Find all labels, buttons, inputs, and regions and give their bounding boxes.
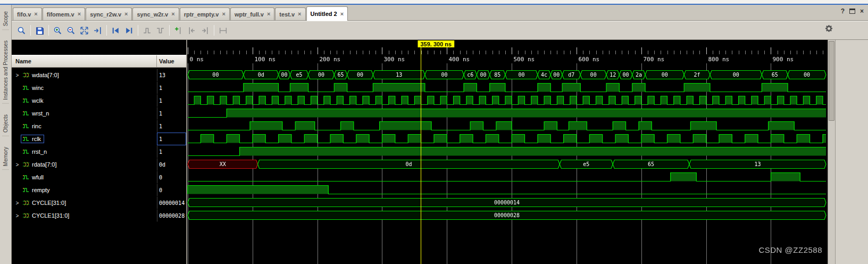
signal-row[interactable]: >wdata[7:0]13 xyxy=(12,69,186,81)
signal-value: 1 xyxy=(157,81,186,94)
bus-signal-icon xyxy=(22,200,30,206)
tab-sync-r2w-v[interactable]: sync_r2w.v× xyxy=(86,7,132,20)
signal-name-box: rrst_n xyxy=(21,147,50,156)
close-view-icon[interactable]: × xyxy=(860,8,864,14)
signal-list: >wdata[7:0]13winc1wclk1wrst_n1rinc1rclk1… xyxy=(12,68,186,264)
floating-ruler-button[interactable] xyxy=(154,24,167,37)
side-tab-instances-and-processes[interactable]: Instances and Processes xyxy=(2,37,9,104)
signal-name-box: rdata[7:0] xyxy=(21,160,60,169)
signal-row[interactable]: rrst_n1 xyxy=(12,145,186,158)
signal-name-box: wclk xyxy=(21,96,46,105)
scalar-signal-icon xyxy=(22,136,30,142)
signal-name-box: CYCLE1[31:0] xyxy=(21,211,72,220)
zoom-in-button[interactable] xyxy=(51,24,64,37)
side-tab-scope[interactable]: Scope xyxy=(2,8,9,30)
tab-label: Untitled 2 xyxy=(311,11,337,17)
tab-fifo-v[interactable]: fifo.v× xyxy=(13,7,42,20)
toolbar-separator xyxy=(30,25,31,36)
signal-name-cell: rclk xyxy=(12,133,157,145)
save-icon xyxy=(35,26,44,35)
value-column-header[interactable]: Value xyxy=(157,55,186,67)
signal-row[interactable]: winc1 xyxy=(12,81,186,94)
go-to-previous-transition-button[interactable] xyxy=(109,24,122,37)
expand-arrow-icon[interactable]: > xyxy=(14,72,21,78)
tab-close-icon[interactable]: × xyxy=(298,11,301,17)
signal-name-box: rclk xyxy=(21,135,44,143)
side-tab-objects[interactable]: Objects xyxy=(2,111,9,136)
signal-row[interactable]: >CYCLE[31:0]00000014 xyxy=(12,196,186,209)
float-window-icon[interactable] xyxy=(849,9,855,14)
zoom-to-full-view-button[interactable] xyxy=(78,24,91,37)
tab-close-icon[interactable]: × xyxy=(34,11,37,17)
bus-signal-icon xyxy=(22,212,30,219)
signal-row[interactable]: rempty0 xyxy=(12,184,186,196)
waveform-view: Name Value >wdata[7:0]13winc1wclk1wrst_n… xyxy=(12,40,868,264)
snap-to-transition-button[interactable] xyxy=(140,24,154,37)
titlebar-edge xyxy=(0,0,868,5)
add-marker-button[interactable] xyxy=(172,24,185,37)
tab-wptr-full-v[interactable]: wptr_full.v× xyxy=(230,7,274,20)
signal-row[interactable]: rclk1 xyxy=(12,133,186,145)
signal-row[interactable]: rinc1 xyxy=(12,120,186,133)
waveform-canvas[interactable] xyxy=(187,40,828,264)
signal-name: wfull xyxy=(32,174,44,180)
view-window-icons: ? × xyxy=(841,8,864,14)
signal-name: rdata[7:0] xyxy=(32,161,56,168)
signal-name-box: wfull xyxy=(21,173,47,182)
signal-value: 00000028 xyxy=(157,209,186,222)
tab-close-icon[interactable]: × xyxy=(340,11,344,17)
tab-label: sync_w2r.v xyxy=(137,11,168,18)
tab-sync-w2r-v[interactable]: sync_w2r.v× xyxy=(132,7,179,20)
signal-row[interactable]: wclk1 xyxy=(12,94,186,107)
zoom-tool-button[interactable] xyxy=(15,24,28,37)
go-to-time-cursor-button[interactable] xyxy=(91,24,104,37)
next-marker-button[interactable] xyxy=(198,24,212,37)
previous-marker-button[interactable] xyxy=(185,24,198,37)
tab-test-v[interactable]: test.v× xyxy=(275,7,305,20)
tab-close-icon[interactable]: × xyxy=(267,11,270,17)
names-panel-header: Name Value xyxy=(12,55,186,68)
expand-arrow-icon[interactable]: > xyxy=(14,213,21,219)
isim-waveform-window: ScopeInstances and ProcessesObjectsMemor… xyxy=(0,0,868,264)
tab-fifomem-v[interactable]: fifomem.v× xyxy=(43,7,85,20)
signal-row[interactable]: wrst_n1 xyxy=(12,107,186,120)
tab-label: wptr_full.v xyxy=(235,11,264,18)
scrollbar-thumb[interactable] xyxy=(829,41,834,121)
go-to-next-transition-button[interactable] xyxy=(122,24,136,37)
tab-close-icon[interactable]: × xyxy=(171,11,174,17)
vertical-scrollbar[interactable] xyxy=(828,40,835,264)
signal-row[interactable]: >rdata[7:0]0d xyxy=(12,158,186,171)
settings-gear-icon[interactable] xyxy=(825,24,833,35)
signal-row[interactable]: wfull0 xyxy=(12,171,186,184)
side-tab-memory[interactable]: Memory xyxy=(2,144,9,170)
save-button[interactable] xyxy=(33,24,46,37)
tab-bar: fifo.v×fifomem.v×sync_r2w.v×sync_w2r.v×r… xyxy=(12,5,868,21)
signal-name-cell: wrst_n xyxy=(12,107,157,120)
help-icon[interactable]: ? xyxy=(841,8,845,14)
signal-value: 1 xyxy=(157,145,186,158)
names-panel-spacer xyxy=(12,40,186,55)
expand-arrow-icon[interactable]: > xyxy=(14,162,21,168)
tab-close-icon[interactable]: × xyxy=(222,11,225,17)
zoom-cursor-icon xyxy=(93,26,102,35)
tab-label: test.v xyxy=(279,11,295,18)
signal-value: 0 xyxy=(157,171,186,184)
signal-name-box: CYCLE[31:0] xyxy=(21,199,69,207)
expand-arrow-icon[interactable]: > xyxy=(14,200,21,206)
waveform-toolbar xyxy=(12,21,868,40)
signal-name-cell: rrst_n xyxy=(12,145,157,158)
signal-name-box: rinc xyxy=(21,122,45,130)
tab-close-icon[interactable]: × xyxy=(78,11,81,17)
signal-name-cell: wfull xyxy=(12,171,157,184)
tab-rptr-empty-v[interactable]: rptr_empty.v× xyxy=(180,7,230,20)
scalar-signal-icon xyxy=(22,85,30,91)
measure-marker-button[interactable] xyxy=(216,24,230,37)
name-column-header[interactable]: Name xyxy=(12,55,157,67)
signal-name-box: rempty xyxy=(21,186,53,194)
tab-untitled-2[interactable]: Untitled 2× xyxy=(306,6,348,21)
scalar-signal-icon xyxy=(22,148,30,155)
signal-row[interactable]: >CYCLE1[31:0]00000028 xyxy=(12,209,186,222)
tab-close-icon[interactable]: × xyxy=(124,11,128,17)
zoom-out-button[interactable] xyxy=(64,24,78,37)
toolbar-separator xyxy=(169,25,170,36)
